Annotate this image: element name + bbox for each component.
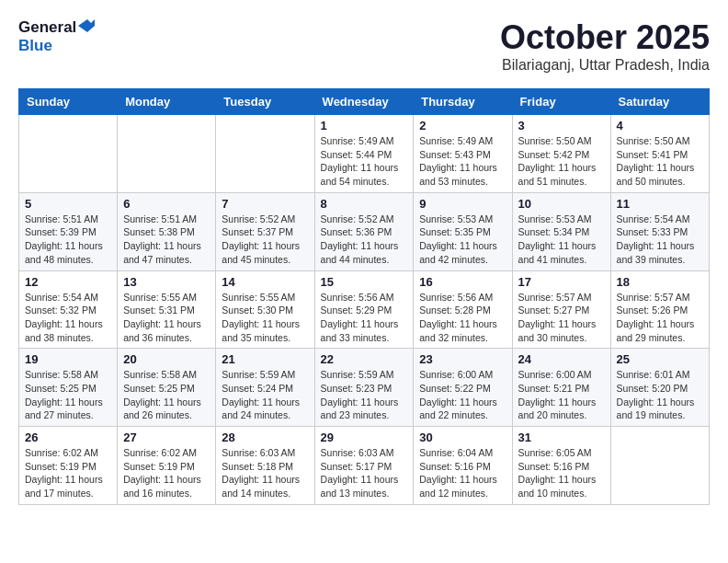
title-block: October 2025 Bilariaganj, Uttar Pradesh,… <box>500 18 710 74</box>
day-info: Sunrise: 5:55 AM Sunset: 5:31 PM Dayligh… <box>123 291 210 345</box>
day-info: Sunrise: 5:54 AM Sunset: 5:32 PM Dayligh… <box>25 291 111 345</box>
day-info: Sunrise: 5:52 AM Sunset: 5:36 PM Dayligh… <box>321 213 408 267</box>
calendar-cell: 22Sunrise: 5:59 AM Sunset: 5:23 PM Dayli… <box>314 349 414 427</box>
calendar-cell: 25Sunrise: 6:01 AM Sunset: 5:20 PM Dayli… <box>610 349 709 427</box>
day-number: 2 <box>419 119 506 132</box>
calendar-cell: 3Sunrise: 5:50 AM Sunset: 5:42 PM Daylig… <box>512 115 610 193</box>
weekday-header-monday: Monday <box>118 89 216 115</box>
calendar-cell: 9Sunrise: 5:53 AM Sunset: 5:35 PM Daylig… <box>414 192 512 270</box>
day-number: 8 <box>321 197 408 211</box>
calendar-week-row: 5Sunrise: 5:51 AM Sunset: 5:39 PM Daylig… <box>19 192 710 270</box>
day-info: Sunrise: 6:02 AM Sunset: 5:19 PM Dayligh… <box>25 446 111 500</box>
page-header: General Blue October 2025 Bilariaganj, U… <box>18 18 710 74</box>
day-info: Sunrise: 5:51 AM Sunset: 5:38 PM Dayligh… <box>123 213 210 267</box>
day-info: Sunrise: 5:56 AM Sunset: 5:28 PM Dayligh… <box>419 291 506 345</box>
page-subtitle: Bilariaganj, Uttar Pradesh, India <box>500 57 710 74</box>
day-number: 16 <box>419 275 506 289</box>
day-info: Sunrise: 5:58 AM Sunset: 5:25 PM Dayligh… <box>25 368 111 422</box>
calendar-week-row: 1Sunrise: 5:49 AM Sunset: 5:44 PM Daylig… <box>19 115 710 193</box>
day-info: Sunrise: 5:50 AM Sunset: 5:42 PM Dayligh… <box>518 134 605 189</box>
day-number: 26 <box>25 431 111 444</box>
weekday-header-saturday: Saturday <box>610 89 709 115</box>
calendar-cell <box>610 427 709 505</box>
day-number: 7 <box>222 197 308 211</box>
day-number: 3 <box>518 119 605 132</box>
logo-line1: General <box>18 18 95 37</box>
day-number: 20 <box>123 352 210 366</box>
day-info: Sunrise: 6:00 AM Sunset: 5:21 PM Dayligh… <box>518 368 605 422</box>
day-number: 28 <box>222 431 308 444</box>
page-title: October 2025 <box>500 18 710 57</box>
day-number: 14 <box>222 275 308 289</box>
calendar-cell: 7Sunrise: 5:52 AM Sunset: 5:37 PM Daylig… <box>216 192 314 270</box>
calendar-cell: 29Sunrise: 6:03 AM Sunset: 5:17 PM Dayli… <box>314 427 414 505</box>
day-info: Sunrise: 5:59 AM Sunset: 5:23 PM Dayligh… <box>321 368 408 422</box>
calendar-cell: 11Sunrise: 5:54 AM Sunset: 5:33 PM Dayli… <box>610 192 709 270</box>
day-info: Sunrise: 6:02 AM Sunset: 5:19 PM Dayligh… <box>123 446 210 500</box>
day-info: Sunrise: 5:53 AM Sunset: 5:34 PM Dayligh… <box>518 213 605 267</box>
calendar-cell: 27Sunrise: 6:02 AM Sunset: 5:19 PM Dayli… <box>118 427 216 505</box>
day-info: Sunrise: 5:54 AM Sunset: 5:33 PM Dayligh… <box>617 213 703 267</box>
day-number: 24 <box>518 352 605 366</box>
day-number: 23 <box>419 352 506 366</box>
day-info: Sunrise: 6:03 AM Sunset: 5:17 PM Dayligh… <box>321 446 408 500</box>
calendar-cell: 21Sunrise: 5:59 AM Sunset: 5:24 PM Dayli… <box>216 349 314 427</box>
day-info: Sunrise: 6:01 AM Sunset: 5:20 PM Dayligh… <box>617 368 703 422</box>
weekday-header-tuesday: Tuesday <box>216 89 314 115</box>
weekday-header-friday: Friday <box>512 89 610 115</box>
calendar-cell: 23Sunrise: 6:00 AM Sunset: 5:22 PM Dayli… <box>414 349 512 427</box>
calendar-cell: 5Sunrise: 5:51 AM Sunset: 5:39 PM Daylig… <box>19 192 118 270</box>
weekday-header-sunday: Sunday <box>19 89 118 115</box>
day-info: Sunrise: 5:56 AM Sunset: 5:29 PM Dayligh… <box>321 291 408 345</box>
calendar-cell: 19Sunrise: 5:58 AM Sunset: 5:25 PM Dayli… <box>19 349 118 427</box>
calendar-cell <box>19 115 118 193</box>
day-number: 10 <box>518 197 605 211</box>
day-number: 9 <box>419 197 506 211</box>
day-number: 27 <box>123 431 210 444</box>
calendar-cell: 31Sunrise: 6:05 AM Sunset: 5:16 PM Dayli… <box>512 427 610 505</box>
day-info: Sunrise: 5:55 AM Sunset: 5:30 PM Dayligh… <box>222 291 308 345</box>
calendar-cell: 12Sunrise: 5:54 AM Sunset: 5:32 PM Dayli… <box>19 270 118 349</box>
day-info: Sunrise: 5:52 AM Sunset: 5:37 PM Dayligh… <box>222 213 308 267</box>
calendar-cell: 24Sunrise: 6:00 AM Sunset: 5:21 PM Dayli… <box>512 349 610 427</box>
calendar-cell <box>216 115 314 193</box>
calendar-cell: 8Sunrise: 5:52 AM Sunset: 5:36 PM Daylig… <box>314 192 414 270</box>
calendar-cell: 6Sunrise: 5:51 AM Sunset: 5:38 PM Daylig… <box>118 192 216 270</box>
day-number: 11 <box>617 197 703 211</box>
day-number: 17 <box>518 275 605 289</box>
day-info: Sunrise: 5:49 AM Sunset: 5:43 PM Dayligh… <box>419 134 506 189</box>
day-info: Sunrise: 5:57 AM Sunset: 5:27 PM Dayligh… <box>518 291 605 345</box>
logo-line2: Blue <box>18 37 95 55</box>
calendar-cell <box>118 115 216 193</box>
day-info: Sunrise: 5:58 AM Sunset: 5:25 PM Dayligh… <box>123 368 210 422</box>
day-number: 1 <box>321 119 408 132</box>
day-info: Sunrise: 5:59 AM Sunset: 5:24 PM Dayligh… <box>222 368 308 422</box>
day-info: Sunrise: 6:04 AM Sunset: 5:16 PM Dayligh… <box>419 446 506 500</box>
calendar-cell: 30Sunrise: 6:04 AM Sunset: 5:16 PM Dayli… <box>414 427 512 505</box>
weekday-header-wednesday: Wednesday <box>314 89 414 115</box>
calendar-cell: 2Sunrise: 5:49 AM Sunset: 5:43 PM Daylig… <box>414 115 512 193</box>
day-info: Sunrise: 5:57 AM Sunset: 5:26 PM Dayligh… <box>617 291 703 345</box>
calendar-cell: 28Sunrise: 6:03 AM Sunset: 5:18 PM Dayli… <box>216 427 314 505</box>
day-number: 13 <box>123 275 210 289</box>
day-number: 6 <box>123 197 210 211</box>
day-info: Sunrise: 6:03 AM Sunset: 5:18 PM Dayligh… <box>222 446 308 500</box>
calendar-cell: 13Sunrise: 5:55 AM Sunset: 5:31 PM Dayli… <box>118 270 216 349</box>
day-number: 31 <box>518 431 605 444</box>
day-number: 22 <box>321 352 408 366</box>
day-info: Sunrise: 5:51 AM Sunset: 5:39 PM Dayligh… <box>25 213 111 267</box>
day-info: Sunrise: 5:49 AM Sunset: 5:44 PM Dayligh… <box>321 134 408 189</box>
calendar-week-row: 12Sunrise: 5:54 AM Sunset: 5:32 PM Dayli… <box>19 270 710 349</box>
calendar-cell: 15Sunrise: 5:56 AM Sunset: 5:29 PM Dayli… <box>314 270 414 349</box>
calendar-cell: 18Sunrise: 5:57 AM Sunset: 5:26 PM Dayli… <box>610 270 709 349</box>
day-number: 18 <box>617 275 703 289</box>
day-number: 4 <box>617 119 703 132</box>
weekday-header-row: SundayMondayTuesdayWednesdayThursdayFrid… <box>19 89 710 115</box>
day-info: Sunrise: 6:05 AM Sunset: 5:16 PM Dayligh… <box>518 446 605 500</box>
calendar-week-row: 19Sunrise: 5:58 AM Sunset: 5:25 PM Dayli… <box>19 349 710 427</box>
calendar-cell: 26Sunrise: 6:02 AM Sunset: 5:19 PM Dayli… <box>19 427 118 505</box>
weekday-header-thursday: Thursday <box>414 89 512 115</box>
day-number: 19 <box>25 352 111 366</box>
logo-text: General Blue <box>18 18 95 56</box>
calendar-cell: 1Sunrise: 5:49 AM Sunset: 5:44 PM Daylig… <box>314 115 414 193</box>
